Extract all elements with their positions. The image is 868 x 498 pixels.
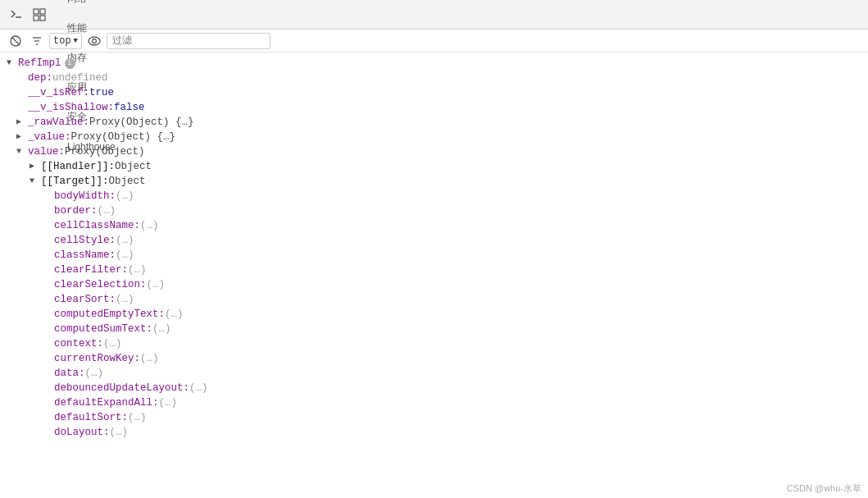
tree-key: context:	[54, 336, 103, 351]
svg-point-11	[93, 39, 97, 43]
tree-key: [[Handler]]:	[41, 159, 115, 174]
level-value: top	[53, 35, 71, 47]
tree-value: (…)	[159, 395, 178, 410]
tree-key: data:	[54, 366, 85, 381]
level-selector[interactable]: top ▼	[49, 33, 82, 49]
tree-key: defaultExpandAll:	[54, 395, 159, 410]
tree-key: _rawValue:	[28, 115, 89, 130]
tree-row: cellStyle: (…)	[0, 233, 868, 248]
tree-value: undefined	[52, 71, 108, 85]
tree-value: (…)	[103, 336, 122, 351]
tree-key: bodyWidth:	[54, 189, 116, 203]
tree-value: (…)	[165, 307, 184, 322]
tree-toggle[interactable]	[16, 130, 28, 144]
tree-value: Proxy(Object) {…}	[71, 130, 176, 144]
tree-row: dep: undefined	[0, 71, 868, 85]
eye-icon[interactable]	[85, 32, 103, 50]
tree-row: data: (…)	[0, 366, 868, 381]
info-badge[interactable]: i	[65, 58, 75, 69]
tree-value: true	[89, 85, 114, 100]
tree-row: doLayout: (…)	[0, 425, 868, 440]
tree-row: [[Target]]: Object	[0, 174, 868, 189]
tree-key: clearSelection:	[54, 277, 147, 292]
tree-key: __v_isShallow:	[28, 100, 114, 115]
tree-key: currentRowKey:	[54, 351, 140, 366]
tree-row: _value: Proxy(Object) {…}	[0, 130, 868, 144]
tree-value: (…)	[110, 425, 129, 440]
tree-row: _rawValue: Proxy(Object) {…}	[0, 115, 868, 130]
tree-value: Object	[115, 159, 152, 174]
tree-key: __v_isRef:	[28, 85, 89, 100]
nav-bar: 元素控制台Vue源代码/来源网络性能内存应用安全Lighthouse	[0, 0, 868, 30]
tree-value: (…)	[116, 233, 134, 248]
tree-key: cellStyle:	[54, 233, 116, 248]
svg-rect-1	[34, 9, 39, 14]
tree-row: __v_isRef: true	[0, 85, 868, 100]
tree-key: debouncedUpdateLayout:	[54, 381, 189, 395]
tree-value: (…)	[152, 322, 171, 336]
tree-key: value:	[28, 144, 65, 159]
tree-value: (…)	[116, 248, 134, 263]
tree-value: false	[114, 100, 145, 115]
filter-icon[interactable]	[28, 32, 46, 50]
tree-key: doLayout:	[54, 425, 110, 440]
svg-rect-3	[34, 16, 39, 21]
tree-row: bodyWidth: (…)	[0, 189, 868, 203]
tree-key: computedSumText:	[54, 322, 152, 336]
tree-toggle[interactable]	[30, 159, 41, 174]
tree-key: [[Target]]:	[41, 174, 109, 189]
tree-value: (…)	[128, 263, 147, 277]
tree-toggle[interactable]	[30, 174, 41, 189]
toolbar: top ▼	[0, 30, 868, 53]
tree-value: (…)	[116, 292, 134, 307]
tree-value: (…)	[140, 218, 159, 233]
tree-row: context: (…)	[0, 336, 868, 351]
root-key: RefImpl	[18, 56, 61, 71]
devtools-icon[interactable]	[7, 5, 26, 25]
tree-row: clearSelection: (…)	[0, 277, 868, 292]
filter-input[interactable]	[107, 33, 270, 49]
tree-root-line: RefImpl i	[0, 56, 868, 71]
tree-row: clearFilter: (…)	[0, 263, 868, 277]
nav-icon-group	[7, 5, 49, 25]
tree-row: defaultSort: (…)	[0, 410, 868, 425]
tree-value: (…)	[98, 203, 116, 218]
tree-row: value: Proxy(Object)	[0, 144, 868, 159]
tree-key: className:	[54, 248, 116, 263]
tree-row: computedEmptyText: (…)	[0, 307, 868, 322]
tree-row: debouncedUpdateLayout: (…)	[0, 381, 868, 395]
tree-key: computedEmptyText:	[54, 307, 165, 322]
tree-row: defaultExpandAll: (…)	[0, 395, 868, 410]
tree-value: Proxy(Object)	[65, 144, 145, 159]
tree-key: defaultSort:	[54, 410, 128, 425]
inspect-icon[interactable]	[30, 5, 49, 25]
tree-row: className: (…)	[0, 248, 868, 263]
tree-key: border:	[54, 203, 98, 218]
tree-value: Object	[109, 174, 146, 189]
tree-value: (…)	[85, 366, 104, 381]
tree-row: __v_isShallow: false	[0, 100, 868, 115]
console-content: RefImpl i dep: undefined__v_isRef: true_…	[0, 53, 868, 482]
tree-row: [[Handler]]: Object	[0, 159, 868, 174]
svg-rect-2	[40, 9, 45, 14]
nav-tab-网络[interactable]: 网络	[57, 0, 129, 15]
tree-toggle[interactable]	[16, 115, 28, 130]
svg-line-6	[11, 37, 20, 45]
svg-point-10	[89, 37, 100, 45]
tree-row: currentRowKey: (…)	[0, 351, 868, 366]
clear-console-icon[interactable]	[7, 32, 25, 50]
tree-value: (…)	[147, 277, 166, 292]
tree-row: computedSumText: (…)	[0, 322, 868, 336]
tree-value: (…)	[189, 381, 208, 395]
tree-value: (…)	[128, 410, 147, 425]
tree-key: dep:	[28, 71, 52, 85]
tree-row: border: (…)	[0, 203, 868, 218]
tree-key: _value:	[28, 130, 71, 144]
tree-key: cellClassName:	[54, 218, 140, 233]
tree-value: (…)	[116, 189, 134, 203]
root-toggle[interactable]	[7, 56, 18, 71]
svg-rect-4	[40, 16, 45, 21]
chevron-down-icon: ▼	[74, 37, 78, 45]
tree-toggle[interactable]	[16, 144, 28, 159]
tree-value: Proxy(Object) {…}	[89, 115, 194, 130]
